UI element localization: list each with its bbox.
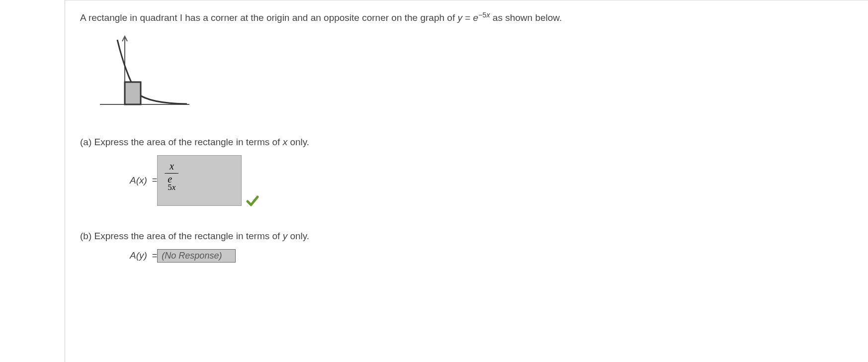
part-b-answer-input[interactable]: (No Response) (157, 249, 236, 263)
fraction-denominator: e 5x (165, 174, 178, 192)
equals-sign-b: = (152, 251, 158, 261)
part-b-answer-row: A(y) = (No Response) (130, 249, 853, 263)
question-container: A rectangle in quadrant I has a corner a… (65, 0, 868, 362)
svg-rect-2 (125, 82, 141, 104)
part-a-answer-box[interactable]: x e 5x (157, 155, 242, 206)
checkmark-icon (246, 194, 260, 208)
part-a-answer-row: A(x) = x e 5x (130, 155, 853, 206)
graph-figure (95, 35, 838, 117)
equals-sign: = (152, 175, 158, 185)
part-b-label: (b) Express the area of the rectangle in… (80, 231, 853, 242)
problem-statement: A rectangle in quadrant I has a corner a… (80, 10, 853, 25)
part-b-answer-label: A(y) (130, 250, 147, 261)
equation-equals: = (462, 12, 473, 23)
intro-text-pre: A rectangle in quadrant I has a corner a… (80, 12, 457, 23)
part-a-answer-label: A(x) (130, 175, 147, 186)
equation-lhs: y (457, 12, 462, 23)
equation-rhs-base: e (473, 12, 479, 23)
equation-rhs-exp: −5x (478, 11, 490, 19)
answer-fraction: x e 5x (165, 161, 178, 192)
fraction-numerator: x (165, 161, 178, 174)
part-a-label: (a) Express the area of the rectangle in… (80, 137, 853, 148)
intro-text-post: as shown below. (493, 12, 562, 23)
